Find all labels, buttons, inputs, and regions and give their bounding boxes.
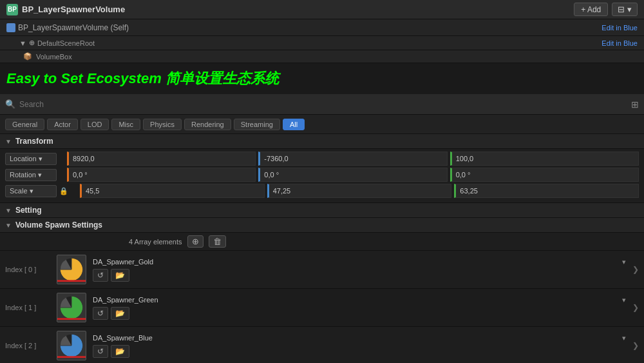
index-2-label: Index [ 2 ] [5,342,50,349]
asset-browse-btn-0[interactable]: 📂 [111,269,129,282]
volume-box-row: 📦 VolumeBox [0,50,644,63]
blueprint-icon [6,23,15,32]
rotation-dropdown[interactable]: Rotation ▾ [5,169,57,181]
title-icon: BP [6,4,18,15]
asset-info-2: DA_Spawner_Blue ▾ ↺ 📂 [93,334,626,358]
lock-icon[interactable]: 🔒 [59,187,68,195]
array-add-button[interactable]: ⊕ [187,235,204,248]
scale-label: Scale [10,187,28,195]
search-input[interactable] [19,100,627,109]
tab-actor[interactable]: Actor [47,119,78,130]
asset-thumb-0 [57,255,86,284]
scale-y-input[interactable] [267,184,452,198]
asset-info-0: DA_Spawner_Gold ▾ ↺ 📂 [93,258,626,282]
hierarchy-root-icon: ⊕ [29,39,35,47]
tab-physics[interactable]: Physics [143,119,182,130]
sub-hierarchy-bar: ▼ ⊕ DefaultSceneRoot Edit in Blue [0,36,644,50]
headline-text: Easy to Set Ecosystem 简单设置生态系统 [6,69,279,88]
edit-in-blue-link-1[interactable]: Edit in Blue [601,24,638,32]
index-0-label: Index [ 0 ] [5,266,50,273]
asset-name-1: DA_Spawner_Green [93,296,620,304]
array-header: 4 Array elements ⊕ 🗑 [0,233,644,251]
volume-box-label: VolumeBox [36,53,72,61]
main-content: ▼ Transform Location ▾ Rotation [0,134,644,363]
setting-label: Setting [15,206,42,215]
scale-arrow-icon: ▾ [30,187,33,195]
index-1-label: Index [ 1 ] [5,304,50,311]
rotation-x-input[interactable] [67,168,256,182]
edit-in-blue-link-2[interactable]: Edit in Blue [601,39,638,47]
location-row: Location ▾ [5,152,639,166]
tab-lod[interactable]: LOD [80,119,109,130]
asset-browse-btn-1[interactable]: 📂 [111,307,129,320]
view-options-button[interactable]: ⊟ ▾ [612,3,638,16]
asset-dropdown-arrow-2[interactable]: ▾ [622,334,626,342]
search-icon: 🔍 [5,99,15,109]
setting-arrow-icon: ▼ [5,207,12,214]
asset-info-1: DA_Spawner_Green ▾ ↺ 📂 [93,296,626,320]
asset-refresh-btn-2[interactable]: ↺ [93,345,108,358]
scale-x-input[interactable] [80,184,265,198]
location-x-input[interactable] [67,152,256,166]
asset-refresh-btn-0[interactable]: ↺ [93,269,108,282]
svg-rect-11 [57,356,86,358]
location-label: Location [10,155,37,162]
hierarchy-bar: BP_LayerSpawnerVolume (Self) Edit in Blu… [0,19,644,36]
location-dropdown[interactable]: Location ▾ [5,153,57,165]
svg-rect-7 [57,318,86,320]
headline: Easy to Set Ecosystem 简单设置生态系统 [0,63,644,94]
transform-arrow-icon: ▼ [5,138,12,145]
rotation-arrow-icon: ▾ [38,171,42,179]
tab-misc[interactable]: Misc [111,119,140,130]
scale-dropdown[interactable]: Scale ▾ [5,185,57,197]
hierarchy-arrow: ▼ [19,39,26,47]
item-expand-2[interactable]: ❯ [632,341,639,350]
scale-z-input[interactable] [454,184,639,198]
array-item-2: Index [ 2 ] DA_Spawner_Blue ▾ ↺ 📂 ❯ [0,327,644,363]
transform-label: Transform [15,137,53,146]
location-y-input[interactable] [258,152,447,166]
add-button[interactable]: + Add [574,3,608,16]
item-expand-0[interactable]: ❯ [632,265,639,274]
asset-thumb-1 [57,293,86,322]
asset-thumb-2 [57,331,86,360]
grid-view-icon[interactable]: ⊞ [631,99,639,110]
rotation-z-input[interactable] [450,168,639,182]
item-expand-1[interactable]: ❯ [632,303,639,312]
volume-icon: 📦 [23,52,32,61]
tab-rendering[interactable]: Rendering [184,119,231,130]
location-z-input[interactable] [450,152,639,166]
scale-row: Scale ▾ 🔒 [5,184,639,198]
array-item-1: Index [ 1 ] DA_Spawner_Green ▾ ↺ 📂 ❯ [0,289,644,327]
hierarchy-root-label: DefaultSceneRoot [37,39,95,47]
array-item-0: Index [ 0 ] DA_Spawner_Gold ▾ ↺ 📂 ❯ [0,251,644,289]
tab-all[interactable]: All [283,119,305,130]
rotation-label: Rotation [10,171,36,179]
asset-dropdown-arrow-0[interactable]: ▾ [622,258,626,266]
filter-tabs: General Actor LOD Misc Physics Rendering… [0,115,644,134]
asset-browse-btn-2[interactable]: 📂 [111,345,129,358]
rotation-row: Rotation ▾ [5,168,639,182]
spawn-arrow-icon: ▼ [5,222,12,229]
asset-refresh-btn-1[interactable]: ↺ [93,307,108,320]
setting-section-header[interactable]: ▼ Setting [0,203,644,218]
tab-streaming[interactable]: Streaming [234,119,280,130]
hierarchy-blueprint-name: BP_LayerSpawnerVolume (Self) [18,23,129,32]
asset-dropdown-arrow-1[interactable]: ▾ [622,296,626,304]
location-arrow-icon: ▾ [39,155,43,163]
array-count: 4 Array elements [129,238,182,246]
svg-rect-3 [57,280,86,282]
volume-spawn-label: Volume Spawn Settings [15,221,639,230]
tab-general[interactable]: General [5,119,44,130]
volume-spawn-header[interactable]: ▼ Volume Spawn Settings [0,218,644,233]
array-delete-button[interactable]: 🗑 [209,235,226,248]
rotation-y-input[interactable] [258,168,447,182]
window-title: BP_LayerSpawnerVolume [22,5,125,14]
transform-grid: Location ▾ Rotation ▾ [0,149,644,203]
title-bar: BP BP_LayerSpawnerVolume + Add ⊟ ▾ [0,0,644,19]
search-bar: 🔍 ⊞ [0,94,644,115]
asset-name-0: DA_Spawner_Gold [93,258,620,266]
transform-section-header[interactable]: ▼ Transform [0,134,644,149]
asset-name-2: DA_Spawner_Blue [93,334,620,342]
